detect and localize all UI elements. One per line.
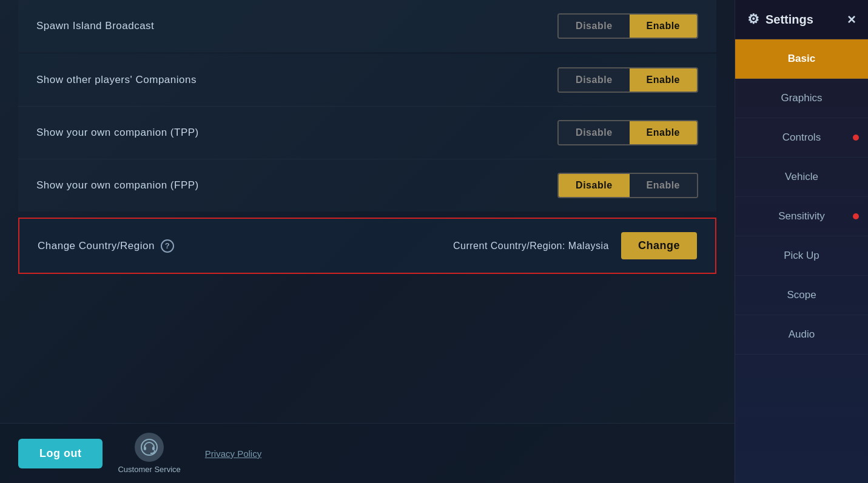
customer-service-icon [135, 433, 164, 462]
logout-button[interactable]: Log out [18, 439, 103, 468]
close-button[interactable]: × [847, 11, 856, 28]
sidebar-item-scope[interactable]: Scope [735, 276, 868, 315]
footer: Log out Customer Service Privacy Policy [0, 423, 735, 483]
change-region-button[interactable]: Change [621, 232, 697, 259]
own-companion-fpp-enable-btn[interactable]: Enable [630, 174, 697, 197]
main-content: Spawn Island Broadcast Disable Enable Sh… [0, 0, 735, 483]
show-companions-enable-btn[interactable]: Enable [630, 68, 697, 92]
own-companion-tpp-label: Show your own companion (TPP) [36, 127, 199, 139]
current-region-text: Current Country/Region: Malaysia [453, 241, 609, 251]
own-companion-fpp-row: Show your own companion (FPP) Disable En… [18, 159, 716, 212]
gear-icon: ⚙ [747, 12, 759, 27]
notification-dot-controls [853, 135, 859, 141]
own-companion-fpp-disable-btn[interactable]: Disable [559, 174, 629, 197]
companions-section: Show other players' Companions Disable E… [18, 54, 716, 212]
show-companions-toggle: Disable Enable [557, 67, 698, 93]
sidebar-item-basic[interactable]: Basic [735, 39, 868, 79]
sidebar-item-audio[interactable]: Audio [735, 315, 868, 355]
own-companion-tpp-row: Show your own companion (TPP) Disable En… [18, 106, 716, 159]
sidebar-item-pickup[interactable]: Pick Up [735, 236, 868, 276]
settings-title: Settings [765, 13, 813, 27]
spawn-island-enable-btn[interactable]: Enable [630, 15, 697, 38]
spawn-island-label: Spawn Island Broadcast [36, 20, 154, 32]
privacy-policy-link[interactable]: Privacy Policy [205, 448, 261, 459]
spawn-island-row: Spawn Island Broadcast Disable Enable [18, 0, 716, 52]
show-companions-disable-btn[interactable]: Disable [559, 68, 629, 92]
svg-point-0 [141, 439, 157, 455]
notification-dot-sensitivity [853, 213, 859, 219]
sidebar-nav: BasicGraphicsControlsVehicleSensitivityP… [735, 39, 868, 483]
settings-list: Spawn Island Broadcast Disable Enable Sh… [0, 0, 735, 423]
own-companion-fpp-label: Show your own companion (FPP) [36, 179, 199, 192]
help-icon[interactable]: ? [161, 239, 174, 253]
customer-service-label: Customer Service [118, 465, 180, 474]
own-companion-fpp-toggle: Disable Enable [557, 173, 698, 198]
sidebar-item-controls[interactable]: Controls [735, 118, 868, 158]
svg-rect-1 [144, 447, 146, 450]
region-right: Current Country/Region: Malaysia Change [453, 232, 697, 259]
spawn-island-toggle: Disable Enable [557, 13, 698, 39]
spawn-island-section: Spawn Island Broadcast Disable Enable [18, 0, 716, 52]
sidebar-header: ⚙ Settings × [735, 0, 868, 39]
sidebar-item-graphics[interactable]: Graphics [735, 79, 868, 118]
change-region-label: Change Country/Region ? [38, 239, 174, 253]
svg-rect-2 [152, 447, 155, 450]
show-companions-row: Show other players' Companions Disable E… [18, 54, 716, 106]
own-companion-tpp-toggle: Disable Enable [557, 120, 698, 145]
show-companions-label: Show other players' Companions [36, 74, 197, 86]
sidebar-item-sensitivity[interactable]: Sensitivity [735, 197, 868, 236]
sidebar: ⚙ Settings × BasicGraphicsControlsVehicl… [735, 0, 868, 483]
sidebar-title: ⚙ Settings [747, 12, 813, 27]
own-companion-tpp-enable-btn[interactable]: Enable [630, 121, 697, 144]
change-region-row: Change Country/Region ? Current Country/… [18, 218, 716, 274]
customer-service-button[interactable]: Customer Service [118, 433, 180, 474]
spawn-island-disable-btn[interactable]: Disable [559, 15, 629, 38]
own-companion-tpp-disable-btn[interactable]: Disable [559, 121, 629, 144]
sidebar-item-vehicle[interactable]: Vehicle [735, 158, 868, 197]
